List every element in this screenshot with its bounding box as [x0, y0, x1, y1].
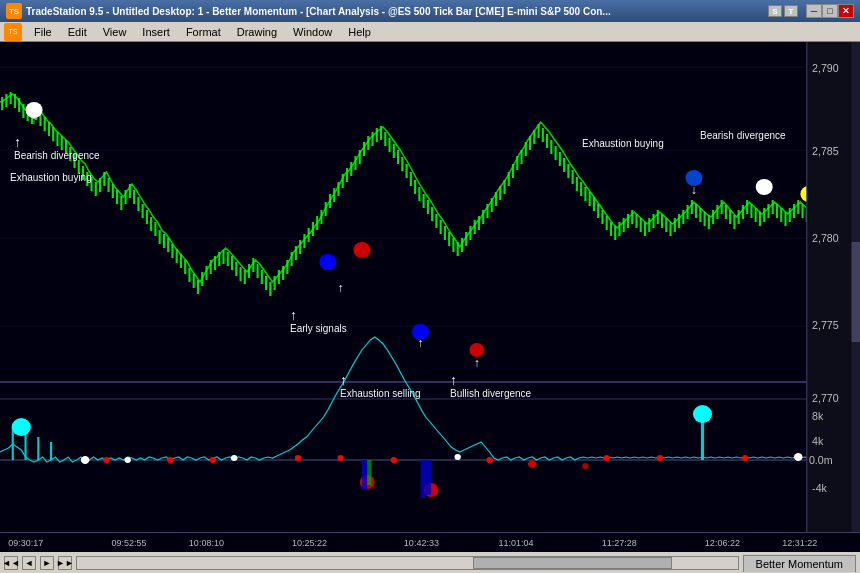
svg-point-223	[231, 455, 237, 461]
menu-drawing[interactable]: Drawing	[229, 24, 285, 40]
menu-help[interactable]: Help	[340, 24, 379, 40]
time-axis: 09:30:17 09:52:55 10:08:10 10:25:22 10:4…	[0, 532, 860, 552]
svg-point-243	[319, 254, 336, 270]
maximize-btn[interactable]: □	[822, 4, 838, 18]
nav-last-btn[interactable]: ►►	[58, 556, 72, 570]
menu-window[interactable]: Window	[285, 24, 340, 40]
svg-text:2,785: 2,785	[812, 146, 839, 157]
annotation-bearish-div-right: Bearish divergence	[700, 130, 786, 141]
svg-rect-268	[851, 242, 860, 342]
svg-point-217	[528, 460, 537, 468]
menu-view[interactable]: View	[95, 24, 135, 40]
svg-point-224	[454, 454, 460, 460]
time-tick-8: 12:06:22	[705, 538, 740, 548]
svg-point-244	[353, 242, 370, 258]
svg-text:↑: ↑	[31, 113, 37, 127]
svg-text:2,780: 2,780	[812, 233, 839, 244]
svg-point-221	[81, 456, 90, 464]
svg-text:2,775: 2,775	[812, 320, 839, 331]
title-bar-icon: TS	[6, 3, 22, 19]
annotation-exhaustion-selling: ↑Exhaustion selling	[340, 372, 421, 399]
window-t-btn[interactable]: T	[784, 5, 798, 17]
svg-text:4k: 4k	[812, 436, 824, 447]
close-btn[interactable]: ✕	[838, 4, 854, 18]
price-chart: ↑ ↑ ↑ ↑ ↓ 2,790 2,785 2,780 2,775 2,770 …	[0, 42, 860, 532]
menu-file[interactable]: File	[26, 24, 60, 40]
annotation-early-signals: ↑Early signals	[290, 307, 347, 334]
time-tick-9: 12:31:22	[782, 538, 817, 548]
svg-text:8k: 8k	[812, 411, 824, 422]
svg-text:-4k: -4k	[812, 483, 828, 494]
svg-text:↑: ↑	[474, 356, 480, 370]
annotation-exhaustion-buying-left: Exhaustion buying	[10, 172, 92, 183]
svg-text:↑: ↑	[337, 281, 343, 295]
svg-rect-239	[420, 460, 425, 498]
svg-rect-240	[426, 460, 431, 495]
app-logo: TS	[4, 23, 22, 41]
svg-point-220	[693, 405, 712, 423]
svg-point-236	[742, 455, 748, 461]
svg-text:2,790: 2,790	[812, 63, 839, 74]
time-tick-3: 10:08:10	[189, 538, 224, 548]
svg-point-222	[125, 457, 131, 463]
time-tick-6: 11:01:04	[498, 538, 533, 548]
time-tick-7: 11:27:28	[602, 538, 637, 548]
svg-point-232	[391, 457, 397, 463]
time-tick-4: 10:25:22	[292, 538, 327, 548]
time-tick-1: 09:30:17	[8, 538, 43, 548]
title-bar: TS TradeStation 9.5 - Untitled Desktop: …	[0, 0, 860, 22]
menu-insert[interactable]: Insert	[134, 24, 178, 40]
svg-text:2,770: 2,770	[812, 393, 839, 404]
svg-point-225	[794, 453, 803, 461]
svg-point-229	[210, 457, 216, 463]
chart-container: @ES - 500 Tick Bar _MTF_Better_Momentum …	[0, 42, 860, 532]
svg-rect-242	[367, 460, 371, 485]
window-s-btn[interactable]: S	[768, 5, 782, 17]
bottom-bar: ◄◄ ◄ ► ►► Better Momentum	[0, 552, 860, 573]
nav-next-btn[interactable]: ►	[40, 556, 54, 570]
title-bar-text: TradeStation 9.5 - Untitled Desktop: 1 -…	[26, 6, 764, 17]
annotation-bullish-div: ↑Bullish divergence	[450, 372, 531, 399]
svg-point-246	[469, 343, 484, 357]
svg-text:0.0m: 0.0m	[809, 455, 833, 466]
svg-point-230	[295, 455, 301, 461]
time-tick-2: 09:52:55	[111, 538, 146, 548]
svg-point-249	[756, 179, 773, 195]
minimize-btn[interactable]: ─	[806, 4, 822, 18]
svg-point-234	[603, 455, 609, 461]
svg-point-233	[486, 457, 492, 463]
annotation-bearish-div-left: ↑Bearish divergence	[14, 134, 100, 161]
svg-point-218	[582, 463, 588, 469]
svg-text:↑: ↑	[417, 336, 423, 350]
svg-rect-238	[362, 460, 367, 490]
svg-point-235	[657, 455, 663, 461]
time-tick-5: 10:42:33	[404, 538, 439, 548]
tab-better-momentum[interactable]: Better Momentum	[743, 555, 856, 572]
svg-point-219	[12, 418, 31, 436]
menu-bar: TS File Edit View Insert Format Drawing …	[0, 22, 860, 42]
svg-point-227	[103, 457, 109, 463]
nav-first-btn[interactable]: ◄◄	[4, 556, 18, 570]
svg-text:↓: ↓	[691, 183, 697, 197]
nav-prev-btn[interactable]: ◄	[22, 556, 36, 570]
svg-point-228	[167, 457, 173, 463]
menu-format[interactable]: Format	[178, 24, 229, 40]
annotation-exhaustion-buying-right: Exhaustion buying	[582, 138, 664, 149]
svg-point-231	[337, 455, 343, 461]
scrollbar-horizontal[interactable]	[76, 556, 739, 570]
menu-edit[interactable]: Edit	[60, 24, 95, 40]
